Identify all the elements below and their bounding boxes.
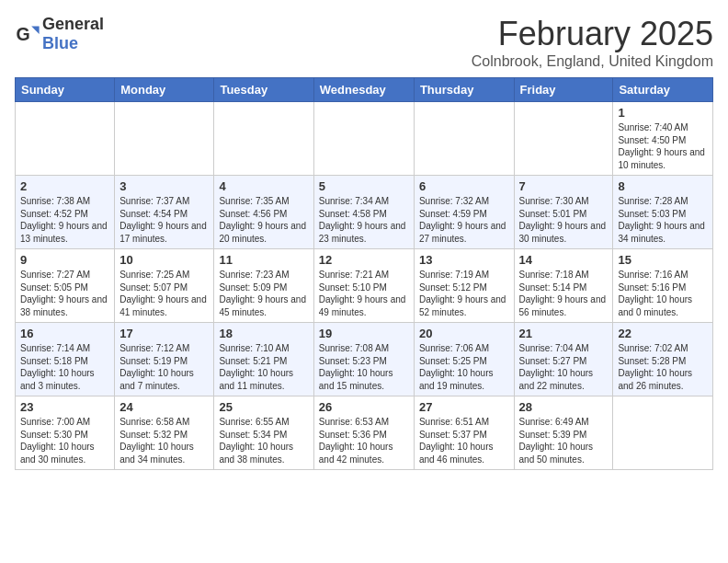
- day-cell: 16Sunrise: 7:14 AM Sunset: 5:18 PM Dayli…: [16, 323, 115, 396]
- day-info: Sunrise: 7:19 AM Sunset: 5:12 PM Dayligh…: [419, 269, 509, 318]
- day-cell: 14Sunrise: 7:18 AM Sunset: 5:14 PM Dayli…: [514, 249, 613, 323]
- svg-text:G: G: [16, 24, 29, 44]
- day-info: Sunrise: 7:06 AM Sunset: 5:25 PM Dayligh…: [419, 342, 509, 392]
- day-cell: [414, 102, 514, 176]
- weekday-header-sunday: Sunday: [16, 78, 115, 102]
- weekday-header-monday: Monday: [115, 78, 214, 102]
- day-info: Sunrise: 7:23 AM Sunset: 5:09 PM Dayligh…: [219, 269, 308, 318]
- logo: G General Blue: [15, 15, 104, 53]
- day-number: 7: [519, 179, 609, 193]
- day-info: Sunrise: 7:14 AM Sunset: 5:18 PM Dayligh…: [20, 342, 109, 392]
- week-row-1: 1Sunrise: 7:40 AM Sunset: 4:50 PM Daylig…: [16, 102, 713, 176]
- day-cell: 5Sunrise: 7:34 AM Sunset: 4:58 PM Daylig…: [313, 176, 414, 249]
- day-info: Sunrise: 7:32 AM Sunset: 4:59 PM Dayligh…: [419, 195, 509, 245]
- day-cell: 6Sunrise: 7:32 AM Sunset: 4:59 PM Daylig…: [414, 176, 514, 249]
- day-number: 20: [419, 327, 509, 340]
- week-row-5: 23Sunrise: 7:00 AM Sunset: 5:30 PM Dayli…: [16, 396, 713, 470]
- day-number: 18: [219, 327, 308, 340]
- weekday-header-wednesday: Wednesday: [313, 78, 414, 102]
- day-cell: 20Sunrise: 7:06 AM Sunset: 5:25 PM Dayli…: [414, 323, 514, 396]
- day-info: Sunrise: 7:38 AM Sunset: 4:52 PM Dayligh…: [20, 195, 109, 245]
- day-number: 21: [519, 327, 609, 340]
- week-row-4: 16Sunrise: 7:14 AM Sunset: 5:18 PM Dayli…: [16, 323, 713, 396]
- day-info: Sunrise: 7:30 AM Sunset: 5:01 PM Dayligh…: [519, 195, 609, 245]
- day-cell: 21Sunrise: 7:04 AM Sunset: 5:27 PM Dayli…: [514, 323, 613, 396]
- day-number: 11: [219, 253, 308, 267]
- day-info: Sunrise: 7:02 AM Sunset: 5:28 PM Dayligh…: [618, 342, 708, 392]
- day-cell: 7Sunrise: 7:30 AM Sunset: 5:01 PM Daylig…: [514, 176, 613, 249]
- day-number: 13: [419, 253, 509, 267]
- day-cell: 28Sunrise: 6:49 AM Sunset: 5:39 PM Dayli…: [514, 396, 613, 470]
- day-cell: 19Sunrise: 7:08 AM Sunset: 5:23 PM Dayli…: [313, 323, 414, 396]
- day-info: Sunrise: 7:10 AM Sunset: 5:21 PM Dayligh…: [219, 342, 308, 392]
- day-cell: 24Sunrise: 6:58 AM Sunset: 5:32 PM Dayli…: [115, 396, 214, 470]
- month-title: February 2025: [472, 15, 713, 53]
- day-info: Sunrise: 7:00 AM Sunset: 5:30 PM Dayligh…: [20, 416, 109, 465]
- day-info: Sunrise: 7:04 AM Sunset: 5:27 PM Dayligh…: [519, 342, 609, 392]
- day-info: Sunrise: 7:40 AM Sunset: 4:50 PM Dayligh…: [618, 121, 708, 171]
- day-number: 19: [319, 327, 409, 340]
- day-cell: 4Sunrise: 7:35 AM Sunset: 4:56 PM Daylig…: [214, 176, 313, 249]
- day-cell: 8Sunrise: 7:28 AM Sunset: 5:03 PM Daylig…: [613, 176, 713, 249]
- day-number: 27: [419, 400, 509, 414]
- day-cell: 13Sunrise: 7:19 AM Sunset: 5:12 PM Dayli…: [414, 249, 514, 323]
- day-cell: [16, 102, 115, 176]
- day-number: 2: [20, 179, 109, 193]
- weekday-header-saturday: Saturday: [613, 78, 713, 102]
- weekday-header-thursday: Thursday: [414, 78, 514, 102]
- day-cell: [514, 102, 613, 176]
- svg-marker-1: [31, 27, 39, 34]
- day-number: 3: [119, 179, 209, 193]
- day-info: Sunrise: 7:21 AM Sunset: 5:10 PM Dayligh…: [319, 269, 409, 318]
- day-number: 25: [219, 400, 308, 414]
- day-info: Sunrise: 7:37 AM Sunset: 4:54 PM Dayligh…: [119, 195, 209, 245]
- week-row-2: 2Sunrise: 7:38 AM Sunset: 4:52 PM Daylig…: [16, 176, 713, 249]
- day-info: Sunrise: 6:53 AM Sunset: 5:36 PM Dayligh…: [319, 416, 409, 465]
- day-cell: 25Sunrise: 6:55 AM Sunset: 5:34 PM Dayli…: [214, 396, 313, 470]
- day-info: Sunrise: 7:16 AM Sunset: 5:16 PM Dayligh…: [618, 269, 708, 318]
- day-number: 15: [618, 253, 708, 267]
- day-number: 4: [219, 179, 308, 193]
- day-number: 1: [618, 106, 708, 120]
- calendar-table: SundayMondayTuesdayWednesdayThursdayFrid…: [15, 77, 713, 470]
- day-number: 5: [319, 179, 409, 193]
- day-number: 9: [20, 253, 109, 267]
- day-number: 26: [319, 400, 409, 414]
- day-info: Sunrise: 7:35 AM Sunset: 4:56 PM Dayligh…: [219, 195, 308, 245]
- day-cell: 1Sunrise: 7:40 AM Sunset: 4:50 PM Daylig…: [613, 102, 713, 176]
- day-cell: 10Sunrise: 7:25 AM Sunset: 5:07 PM Dayli…: [115, 249, 214, 323]
- day-cell: 15Sunrise: 7:16 AM Sunset: 5:16 PM Dayli…: [613, 249, 713, 323]
- day-number: 22: [618, 327, 708, 340]
- day-cell: 23Sunrise: 7:00 AM Sunset: 5:30 PM Dayli…: [16, 396, 115, 470]
- weekday-header-friday: Friday: [514, 78, 613, 102]
- day-cell: [313, 102, 414, 176]
- title-block: February 2025 Colnbrook, England, United…: [472, 15, 713, 70]
- day-cell: 2Sunrise: 7:38 AM Sunset: 4:52 PM Daylig…: [16, 176, 115, 249]
- day-info: Sunrise: 6:49 AM Sunset: 5:39 PM Dayligh…: [519, 416, 609, 465]
- page-header: G General Blue February 2025 Colnbrook, …: [15, 15, 713, 70]
- day-cell: 3Sunrise: 7:37 AM Sunset: 4:54 PM Daylig…: [115, 176, 214, 249]
- day-cell: 9Sunrise: 7:27 AM Sunset: 5:05 PM Daylig…: [16, 249, 115, 323]
- day-number: 10: [119, 253, 209, 267]
- logo-icon: G: [15, 21, 40, 47]
- day-cell: 26Sunrise: 6:53 AM Sunset: 5:36 PM Dayli…: [313, 396, 414, 470]
- logo-blue: Blue: [42, 34, 78, 52]
- day-info: Sunrise: 6:55 AM Sunset: 5:34 PM Dayligh…: [219, 416, 308, 465]
- day-number: 12: [319, 253, 409, 267]
- weekday-header-row: SundayMondayTuesdayWednesdayThursdayFrid…: [16, 78, 713, 102]
- day-number: 17: [119, 327, 209, 340]
- day-info: Sunrise: 6:58 AM Sunset: 5:32 PM Dayligh…: [119, 416, 209, 465]
- day-cell: 17Sunrise: 7:12 AM Sunset: 5:19 PM Dayli…: [115, 323, 214, 396]
- day-cell: 27Sunrise: 6:51 AM Sunset: 5:37 PM Dayli…: [414, 396, 514, 470]
- day-number: 28: [519, 400, 609, 414]
- day-info: Sunrise: 6:51 AM Sunset: 5:37 PM Dayligh…: [419, 416, 509, 465]
- day-cell: [613, 396, 713, 470]
- day-number: 8: [618, 179, 708, 193]
- day-info: Sunrise: 7:25 AM Sunset: 5:07 PM Dayligh…: [119, 269, 209, 318]
- day-cell: [115, 102, 214, 176]
- weekday-header-tuesday: Tuesday: [214, 78, 313, 102]
- day-number: 24: [119, 400, 209, 414]
- day-info: Sunrise: 7:08 AM Sunset: 5:23 PM Dayligh…: [319, 342, 409, 392]
- day-info: Sunrise: 7:34 AM Sunset: 4:58 PM Dayligh…: [319, 195, 409, 245]
- logo-general: General: [42, 15, 104, 33]
